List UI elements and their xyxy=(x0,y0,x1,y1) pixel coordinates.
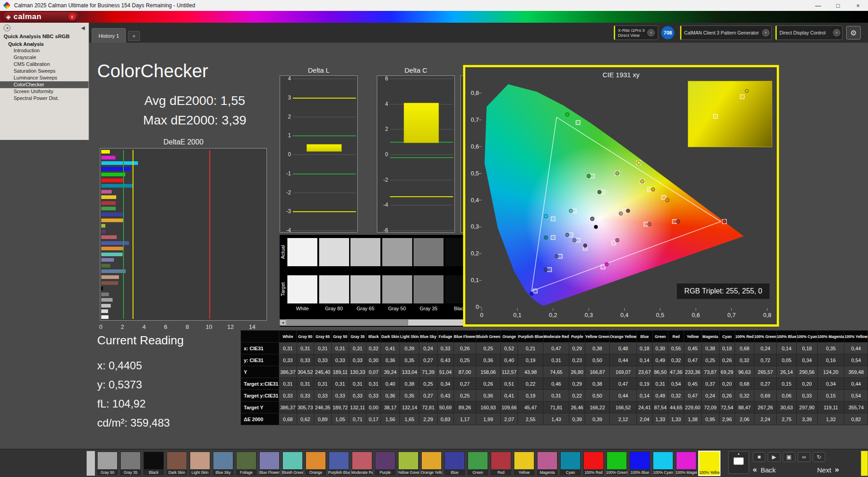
sidebar-item-cms-calibration[interactable]: CMS Calibration xyxy=(0,61,89,68)
sidebar-item-spectral-power-dist-[interactable]: Spectral Power Dist. xyxy=(0,95,89,102)
sidebar-item-grayscale[interactable]: Grayscale xyxy=(0,54,89,61)
cell: 1,33 xyxy=(652,413,668,425)
pattern-window-button[interactable]: ▴ xyxy=(728,451,749,474)
cell: 44,65 xyxy=(668,402,684,413)
cell: 0,15 xyxy=(777,378,797,390)
pattern-100-blue[interactable]: 100% Blue xyxy=(629,451,651,476)
cell: 72,54 xyxy=(719,402,735,413)
maximize-button[interactable]: □ xyxy=(828,0,848,11)
pattern-gray-35[interactable]: Gray 35 xyxy=(119,451,142,476)
pattern-100-yellow[interactable]: 100% Yellow xyxy=(698,451,720,476)
sidebar-item-screen-uniformity[interactable]: Screen Uniformity xyxy=(0,88,89,95)
cell: 0,18 xyxy=(636,343,652,354)
minimize-button[interactable]: — xyxy=(808,0,828,11)
cell: 0,25 xyxy=(454,354,476,366)
pattern-generator-chevron-down-icon[interactable]: ˅ xyxy=(762,29,769,36)
sidebar-collapse-icon[interactable]: ◀ xyxy=(81,25,85,31)
sidebar-item-saturation-sweeps[interactable]: Saturation Sweeps xyxy=(0,68,89,75)
sidebar-item-introduction[interactable]: Introduction xyxy=(0,47,89,54)
meter-badge[interactable]: 708 xyxy=(661,26,675,40)
cell: 0,19 xyxy=(518,354,543,366)
deltae-bar-white xyxy=(101,315,108,319)
loop-button[interactable]: ∞ xyxy=(798,452,810,462)
cell: 0,26 xyxy=(454,343,476,354)
cie-x-tick: 0,5 xyxy=(653,312,667,318)
cell: 166,52 xyxy=(610,402,636,413)
back-button[interactable]: « Back xyxy=(753,465,776,475)
pattern-foliage[interactable]: Foliage xyxy=(235,451,257,476)
refresh-button[interactable]: ↻ xyxy=(813,452,825,462)
pattern-100-magenta[interactable]: 100% Magenta xyxy=(675,451,697,476)
deltae-bar-100-red xyxy=(101,179,123,182)
back-chevron-icon: « xyxy=(753,465,757,474)
pattern-gray-50[interactable]: Gray 50 xyxy=(96,451,118,476)
pattern-yellow-green[interactable]: Yellow Green xyxy=(397,451,419,476)
stop-button[interactable]: ■ xyxy=(753,452,765,462)
cell: 0,29 xyxy=(569,378,585,390)
pattern-yellow[interactable]: Yellow xyxy=(513,451,535,476)
pattern-label: Blue xyxy=(444,469,465,476)
cell: 0,27 xyxy=(419,390,437,402)
pattern-orange[interactable]: Orange xyxy=(305,451,327,476)
pattern-color xyxy=(306,452,326,469)
pattern-light-skin[interactable]: Light Skin xyxy=(189,451,211,476)
pattern-blue-flower[interactable]: Blue Flower xyxy=(258,451,281,476)
cell: 1,99 xyxy=(476,413,500,425)
logo-chevron-down-icon[interactable]: ˅ xyxy=(69,13,76,20)
deltae-tick: 4 xyxy=(143,323,146,330)
display-control-chevron-down-icon[interactable]: ˅ xyxy=(833,29,840,36)
cell: 2,04 xyxy=(636,413,652,425)
deltae-bar-red xyxy=(101,201,116,205)
pattern-label: Blue Sky xyxy=(212,469,234,476)
calman-menu-button[interactable]: ◈ calman ˅ xyxy=(2,11,79,22)
swatch-actual-gray-50 xyxy=(382,238,412,266)
meter-select[interactable]: X-Rite i1Pro 3 Direct View ˅ xyxy=(614,25,658,40)
scrollbar-thumb[interactable] xyxy=(286,320,408,325)
pattern-100-cyan[interactable]: 100% Cyan xyxy=(652,451,674,476)
cell: 0,31 xyxy=(296,343,314,354)
pattern-color xyxy=(630,452,650,469)
pattern-purplish-blue[interactable]: Purplish Blue xyxy=(328,451,350,476)
pattern-dark-skin[interactable]: Dark Skin xyxy=(166,451,188,476)
close-button[interactable]: × xyxy=(848,0,868,11)
col-header: 100% Magenta xyxy=(817,331,844,343)
pattern-moderate-red[interactable]: Moderate Red xyxy=(351,451,373,476)
pattern-label: Gray 50 xyxy=(97,469,118,476)
col-header: Purplish Blue xyxy=(518,331,543,343)
cell: 0,23 xyxy=(569,354,585,366)
pattern-partial-left[interactable] xyxy=(86,451,95,476)
display-control-select[interactable]: Direct Display Control ˅ xyxy=(775,25,843,40)
meter-chevron-down-icon[interactable]: ˅ xyxy=(647,29,655,36)
pattern-blue-sky[interactable]: Blue Sky xyxy=(212,451,234,476)
cell: 0,54 xyxy=(844,390,868,402)
pattern-black[interactable]: Black xyxy=(143,451,165,476)
pattern-generator-select[interactable]: CalMAN Client 3 Pattern Generator ˅ xyxy=(680,25,772,40)
chart-panel: 43210-1-2-3-4 xyxy=(280,75,358,233)
save-button[interactable]: ▣ xyxy=(783,452,795,462)
pattern-bluish-green[interactable]: Bluish Green xyxy=(281,451,304,476)
scroll-left-icon[interactable]: ◄ xyxy=(280,319,286,326)
sidebar-root-node[interactable]: Quick Analysis xyxy=(0,41,89,47)
tab-history-1[interactable]: History 1 xyxy=(92,28,126,43)
pattern-partial-right[interactable] xyxy=(861,451,868,476)
pattern-100-green[interactable]: 100% Green xyxy=(606,451,628,476)
pattern-magenta[interactable]: Magenta xyxy=(536,451,558,476)
pattern-purple[interactable]: Purple xyxy=(374,451,396,476)
pattern-green[interactable]: Green xyxy=(467,451,489,476)
next-button[interactable]: Next » xyxy=(817,465,839,475)
tab-add-button[interactable]: + xyxy=(128,31,140,41)
sidebar-item-colorchecker[interactable]: ColorChecker xyxy=(0,81,89,88)
sidebar-item-luminance-sweeps[interactable]: Luminance Sweeps xyxy=(0,75,89,81)
col-header: Gray 50 xyxy=(331,331,349,343)
cell: 0,39 xyxy=(585,413,610,425)
settings-button[interactable]: ⚙ xyxy=(846,26,861,40)
cell: 0,54 xyxy=(668,378,684,390)
pattern-red[interactable]: Red xyxy=(490,451,512,476)
pattern-cyan[interactable]: Cyan xyxy=(559,451,582,476)
play-button[interactable]: ▶ xyxy=(768,452,780,462)
pattern-orange-yellow[interactable]: Orange Yellow xyxy=(420,451,443,476)
pattern-100-red[interactable]: 100% Red xyxy=(582,451,605,476)
workflow-back-icon[interactable]: ◄ xyxy=(4,25,10,31)
gridline xyxy=(390,205,453,205)
pattern-blue[interactable]: Blue xyxy=(444,451,466,476)
